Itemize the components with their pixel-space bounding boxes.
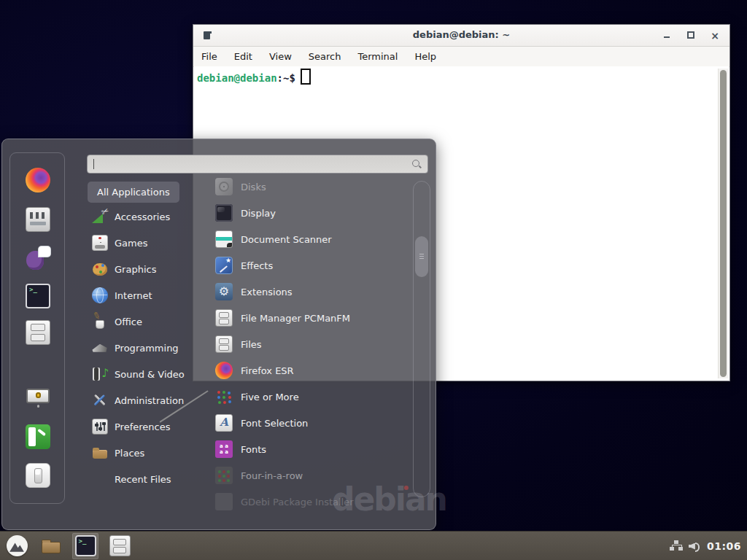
font-selection-icon	[215, 414, 233, 432]
places-icon	[92, 445, 108, 461]
favorite-launcher[interactable]	[26, 386, 50, 411]
category-label: Sound & Video	[115, 369, 185, 380]
shutdown-icon	[26, 463, 50, 488]
category-row[interactable]: Sound & Video	[88, 361, 197, 387]
app-row[interactable]: Font Selection	[193, 410, 410, 436]
firefox-icon	[26, 168, 50, 192]
category-row[interactable]: Preferences	[88, 413, 197, 440]
terminal-menu-item[interactable]: Edit	[234, 51, 252, 62]
terminal-icon	[75, 535, 96, 556]
favorite-launcher[interactable]	[26, 320, 50, 345]
category-row[interactable]: Graphics	[88, 256, 197, 282]
favorites-sidebar	[9, 152, 65, 504]
category-label: Accessories	[115, 211, 170, 222]
fonts-icon	[215, 440, 233, 458]
app-label: Display	[241, 208, 276, 219]
category-label: Office	[115, 316, 142, 327]
favorite-launcher[interactable]	[26, 207, 50, 232]
graphics-icon	[92, 261, 108, 277]
taskbar-launcher[interactable]	[72, 533, 98, 559]
favorite-launcher[interactable]	[26, 424, 50, 449]
favorite-launcher[interactable]	[26, 463, 50, 488]
terminal-icon	[26, 284, 50, 308]
app-label: File Manager PCManFM	[241, 313, 350, 324]
terminal-scrollbar-thumb[interactable]	[720, 70, 727, 377]
taskbar-launcher[interactable]	[4, 533, 30, 559]
app-row[interactable]: Files	[193, 331, 410, 357]
maximize-icon	[687, 31, 694, 39]
category-row[interactable]: Internet	[88, 282, 197, 308]
category-label: Games	[115, 238, 147, 249]
taskbar-clock[interactable]: 01:06	[707, 540, 741, 552]
programming-icon	[92, 340, 108, 356]
text-caret	[93, 159, 94, 169]
gdebi-icon	[215, 493, 233, 510]
menu-launcher-icon	[7, 535, 28, 556]
app-row[interactable]: Firefox ESR	[193, 357, 410, 384]
file-manager-icon	[26, 320, 50, 345]
taskbar-launcher[interactable]	[107, 533, 133, 559]
favorite-launcher[interactable]	[26, 284, 50, 308]
close-button[interactable]	[709, 29, 721, 41]
volume-icon[interactable]	[689, 540, 700, 552]
desktop: { "terminal": { "title": "debian@debian:…	[0, 0, 747, 560]
app-label: Fonts	[241, 444, 266, 455]
category-row[interactable]: Office	[88, 308, 197, 335]
taskbar-launchers	[0, 532, 133, 560]
app-row[interactable]: Fonts	[193, 436, 410, 462]
app-row[interactable]: Five or More	[193, 384, 410, 410]
taskbar-launcher[interactable]	[38, 533, 64, 559]
category-row[interactable]: Administration	[88, 387, 197, 413]
category-label: Graphics	[115, 264, 156, 275]
app-row[interactable]: Display	[193, 200, 410, 226]
category-label: Places	[115, 448, 144, 459]
app-row[interactable]: Extensions	[193, 279, 410, 305]
app-row[interactable]: Document Scanner	[193, 226, 410, 252]
accessories-icon	[92, 209, 108, 225]
terminal-menu-item[interactable]: Search	[309, 51, 341, 62]
sound-video-icon	[92, 366, 108, 382]
category-row[interactable]: Programming	[88, 335, 197, 361]
five-or-more-icon	[215, 388, 233, 405]
terminal-cursor	[301, 69, 311, 85]
menu-scrollbar[interactable]	[413, 181, 430, 497]
prompt-suffix: :~$	[277, 72, 295, 84]
minimize-button[interactable]	[661, 29, 673, 41]
pidgin-icon	[26, 246, 50, 271]
four-in-a-row-icon	[215, 467, 233, 484]
preferences-icon	[92, 419, 108, 435]
category-label: Preferences	[115, 421, 170, 432]
terminal-menu-item[interactable]: Help	[414, 51, 436, 62]
app-label: GDebi Package Installer	[241, 497, 354, 508]
app-row[interactable]: GDebi Package Installer	[193, 489, 410, 515]
all-applications-button[interactable]: All Applications	[88, 182, 179, 203]
terminal-titlebar[interactable]: debian@debian: ~	[193, 25, 729, 47]
app-label: Extensions	[241, 287, 293, 298]
app-row[interactable]: Effects	[193, 252, 410, 279]
network-icon[interactable]	[670, 540, 682, 551]
category-row[interactable]: Games	[88, 230, 197, 256]
app-label: Five or More	[241, 392, 299, 402]
file-manager-icon	[215, 309, 233, 327]
category-list: Accessories Games Graphics Internet Offi…	[88, 203, 197, 492]
category-label: Internet	[115, 290, 152, 301]
terminal-menu-item[interactable]: Terminal	[357, 51, 398, 62]
folder-icon	[41, 535, 62, 556]
document-scanner-icon	[215, 230, 233, 248]
app-row[interactable]: File Manager PCManFM	[193, 305, 410, 331]
menu-scrollbar-thumb[interactable]	[415, 236, 428, 277]
category-row[interactable]: Recent Files	[88, 466, 197, 492]
app-row[interactable]: Four-in-a-row	[193, 462, 410, 489]
favorite-launcher[interactable]	[26, 246, 50, 271]
category-row[interactable]: Places	[88, 440, 197, 466]
app-label: Firefox ESR	[241, 365, 294, 376]
app-row[interactable]: Disks	[193, 174, 410, 200]
terminal-menu-item[interactable]: View	[269, 51, 292, 62]
terminal-scrollbar[interactable]	[718, 69, 728, 378]
maximize-button[interactable]	[685, 29, 697, 41]
internet-icon	[92, 287, 108, 303]
favorite-launcher[interactable]	[26, 168, 50, 192]
terminal-menu-item[interactable]: File	[201, 51, 217, 62]
category-row[interactable]: Accessories	[88, 203, 197, 230]
search-input[interactable]	[87, 155, 428, 174]
